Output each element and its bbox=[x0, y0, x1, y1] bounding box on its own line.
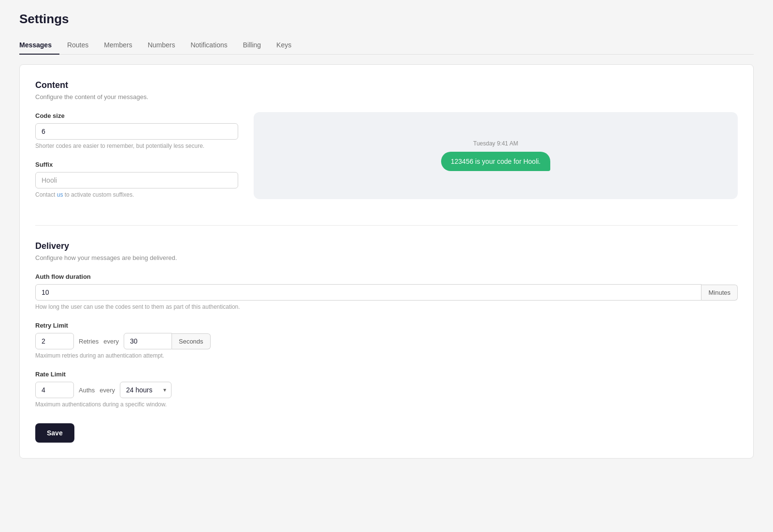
rate-limit-auths-label: Auths bbox=[79, 387, 95, 394]
auth-flow-duration-group: Auth flow duration Minutes How long the … bbox=[35, 273, 738, 310]
settings-card: Content Configure the content of your me… bbox=[19, 64, 754, 459]
rate-limit-hint: Maximum authentications during a specifi… bbox=[35, 401, 738, 408]
tab-messages[interactable]: Messages bbox=[19, 36, 59, 55]
code-size-group: Code size Shorter codes are easier to re… bbox=[35, 112, 238, 149]
delivery-section-description: Configure how your messages are being de… bbox=[35, 254, 738, 261]
tab-members[interactable]: Members bbox=[96, 36, 140, 55]
rate-limit-period-select[interactable]: 24 hours ▾ bbox=[120, 382, 171, 398]
content-left: Code size Shorter codes are easier to re… bbox=[35, 112, 238, 210]
page-title: Settings bbox=[19, 12, 754, 27]
retry-limit-group: Retry Limit Retries every Seconds Maximu… bbox=[35, 322, 738, 359]
message-timestamp: Tuesday 9:41 AM bbox=[473, 140, 518, 147]
retry-limit-retries-label: Retries bbox=[79, 338, 99, 345]
suffix-label: Suffix bbox=[35, 161, 238, 168]
tab-keys[interactable]: Keys bbox=[269, 36, 299, 55]
rate-limit-group: Rate Limit Auths every 24 hours ▾ Maximu… bbox=[35, 371, 738, 408]
retry-limit-every-label: every bbox=[103, 338, 119, 345]
retry-every-group: Seconds bbox=[124, 333, 211, 349]
code-size-input[interactable] bbox=[35, 123, 238, 140]
suffix-input[interactable] bbox=[35, 172, 238, 188]
message-bubble: 123456 is your code for Hooli. bbox=[441, 152, 550, 171]
retry-limit-every-input[interactable] bbox=[124, 333, 172, 349]
settings-tabs: Messages Routes Members Numbers Notifica… bbox=[19, 36, 754, 55]
retry-limit-unit: Seconds bbox=[172, 333, 211, 349]
delivery-section-title: Delivery bbox=[35, 241, 738, 251]
rate-limit-label: Rate Limit bbox=[35, 371, 738, 378]
retry-limit-retries-input[interactable] bbox=[35, 333, 74, 349]
rate-limit-every-label: every bbox=[100, 387, 115, 394]
retry-limit-row: Retries every Seconds bbox=[35, 333, 738, 349]
code-size-label: Code size bbox=[35, 112, 238, 119]
suffix-group: Suffix Contact us to activate custom suf… bbox=[35, 161, 238, 198]
rate-limit-auths-input[interactable] bbox=[35, 382, 74, 398]
auth-flow-duration-label: Auth flow duration bbox=[35, 273, 738, 280]
content-section: Content Configure the content of your me… bbox=[35, 80, 738, 210]
rate-limit-row: Auths every 24 hours ▾ bbox=[35, 382, 738, 398]
message-preview-container: Tuesday 9:41 AM 123456 is your code for … bbox=[254, 112, 738, 199]
auth-flow-duration-unit: Minutes bbox=[701, 285, 738, 301]
content-section-title: Content bbox=[35, 80, 738, 90]
code-size-hint: Shorter codes are easier to remember, bu… bbox=[35, 143, 238, 149]
rate-limit-period-value: 24 hours bbox=[120, 382, 158, 398]
auth-flow-duration-input[interactable] bbox=[35, 284, 701, 301]
auth-flow-duration-hint: How long the user can use the codes sent… bbox=[35, 303, 738, 310]
message-preview: Tuesday 9:41 AM 123456 is your code for … bbox=[254, 112, 738, 199]
save-button[interactable]: Save bbox=[35, 423, 74, 443]
tab-billing[interactable]: Billing bbox=[235, 36, 269, 55]
auth-flow-row: Minutes bbox=[35, 284, 738, 301]
tab-routes[interactable]: Routes bbox=[59, 36, 96, 55]
suffix-hint: Contact us to activate custom suffixes. bbox=[35, 191, 238, 198]
chevron-down-icon: ▾ bbox=[158, 383, 171, 397]
section-divider bbox=[35, 225, 738, 226]
retry-limit-label: Retry Limit bbox=[35, 322, 738, 329]
tab-notifications[interactable]: Notifications bbox=[183, 36, 235, 55]
content-section-description: Configure the content of your messages. bbox=[35, 93, 738, 101]
tab-numbers[interactable]: Numbers bbox=[140, 36, 183, 55]
retry-limit-hint: Maximum retries during an authentication… bbox=[35, 352, 738, 359]
delivery-section: Delivery Configure how your messages are… bbox=[35, 241, 738, 443]
suffix-contact-link[interactable]: us bbox=[57, 191, 63, 198]
